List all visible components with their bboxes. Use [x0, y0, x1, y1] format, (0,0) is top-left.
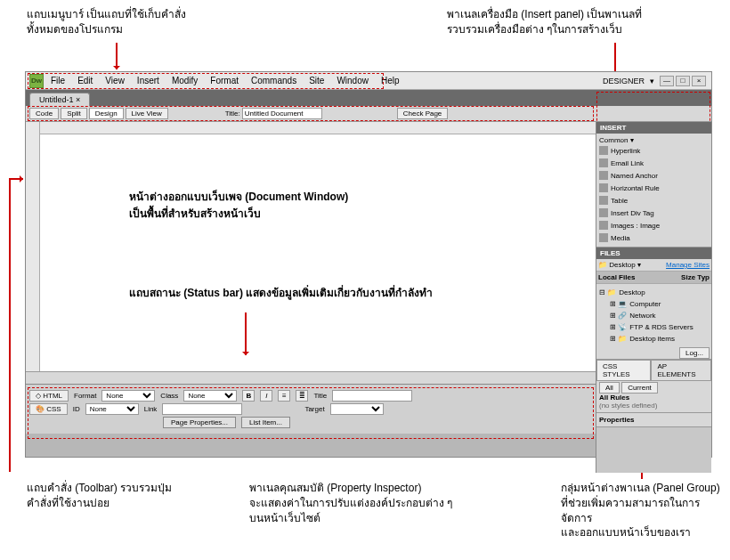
col-local-files: Local Files [598, 273, 635, 281]
properties-panel-collapsed[interactable]: Properties [596, 413, 711, 427]
view-code-button[interactable]: Code [29, 108, 59, 119]
menu-commands[interactable]: Commands [246, 74, 302, 87]
title-label: Title: [225, 110, 240, 118]
view-design-button[interactable]: Design [89, 108, 124, 119]
menu-modify[interactable]: Modify [166, 74, 203, 87]
annotation-insert-panel: พาเนลเครื่องมือ (Insert panel) เป็นพาเนล… [447, 7, 642, 37]
dw-app-icon[interactable]: Dw [29, 74, 44, 88]
email-icon [599, 158, 608, 167]
menu-help[interactable]: Help [376, 74, 405, 87]
annotation-panel-group: กลุ่มหน้าต่างพาเนล (Panel Group) ที่ช่วย… [561, 481, 730, 540]
hyperlink-icon [599, 146, 608, 155]
all-rules-label: All Rules [599, 394, 709, 402]
tab-css-styles[interactable]: CSS STYLES [596, 360, 651, 381]
list-item-button[interactable]: List Item... [241, 417, 290, 428]
arrow-toolbar-line [9, 178, 11, 472]
link-input[interactable] [162, 403, 242, 415]
tree-computer[interactable]: ⊞ 💻 Computer [599, 298, 709, 310]
css-current-button[interactable]: Current [621, 382, 658, 394]
menu-file[interactable]: File [45, 74, 70, 87]
tree-network[interactable]: ⊞ 🔗 Network [599, 310, 709, 321]
check-page-button[interactable]: Check Page [397, 108, 449, 119]
close-button[interactable]: × [692, 76, 706, 86]
css-panel: CSS STYLES AP ELEMENTS All Current All R… [596, 360, 711, 413]
class-label: Class [160, 392, 178, 400]
id-label: ID [73, 405, 80, 413]
tab-ap-elements[interactable]: AP ELEMENTS [651, 360, 711, 381]
ul-button[interactable]: ≡ [278, 390, 290, 402]
anchor-icon [599, 171, 608, 180]
insert-image[interactable]: Images : Image [599, 219, 709, 231]
id-select[interactable]: None [85, 403, 139, 415]
bold-button[interactable]: B [242, 390, 255, 402]
col-type: Typ [697, 273, 710, 281]
menu-edit[interactable]: Edit [72, 74, 98, 87]
view-split-button[interactable]: Split [61, 108, 87, 119]
insert-table[interactable]: Table [599, 194, 709, 207]
prop-css-tab[interactable]: 🎨 CSS [29, 403, 68, 415]
document-tabbar: Untitled-1 × [26, 90, 711, 106]
hr-icon [599, 183, 608, 192]
document-window: หน้าต่างออกแบบเว็บเพจ (Document Window) … [26, 122, 711, 371]
prop-title-input[interactable] [332, 390, 412, 402]
prop-html-tab[interactable]: ◇ HTML [29, 390, 69, 402]
col-size: Size [681, 273, 695, 281]
maximize-button[interactable]: □ [676, 76, 690, 86]
menu-window[interactable]: Window [331, 74, 374, 87]
class-select[interactable]: None [183, 390, 237, 402]
insert-group-selector[interactable]: Common ▾ [599, 136, 709, 144]
ruler-vertical [26, 122, 40, 371]
target-select[interactable] [330, 403, 384, 415]
tree-ftp[interactable]: ⊞ 📡 FTP & RDS Servers [599, 321, 709, 333]
insert-div[interactable]: Insert Div Tag [599, 207, 709, 219]
italic-button[interactable]: I [260, 390, 272, 402]
div-icon [599, 208, 608, 217]
tab-untitled[interactable]: Untitled-1 × [29, 93, 90, 106]
link-label: Link [144, 405, 158, 413]
status-bar-caption: แถบสถานะ (Status bar) แสดงข้อมูลเพิ่มเติ… [129, 284, 622, 301]
format-select[interactable]: None [101, 390, 155, 402]
arrow-menubar [116, 43, 118, 69]
files-source-select[interactable]: 📁 Desktop ▾ [598, 261, 641, 269]
doc-window-caption: หน้าต่างออกแบบเว็บเพจ (Document Window) … [129, 188, 622, 222]
insert-email-link[interactable]: Email Link [599, 157, 709, 169]
annotation-prop-insp: พาเนลคุณสมบัติ (Property Inspector) จะแส… [249, 481, 452, 525]
files-panel: FILES 📁 Desktop ▾ Manage Sites Local Fil… [596, 248, 711, 360]
title-input[interactable] [242, 108, 322, 119]
annotation-menubar: แถบเมนูบาร์ เป็นแถบที่ใช้เก็บคำสั่ง ทั้ง… [27, 7, 186, 37]
menu-view[interactable]: View [100, 74, 130, 87]
insert-hr[interactable]: Horizontal Rule [599, 182, 709, 194]
menu-insert[interactable]: Insert [132, 74, 165, 87]
app-window: Dw File Edit View Insert Modify Format C… [25, 71, 712, 458]
image-icon [599, 221, 608, 230]
format-label: Format [74, 392, 96, 400]
prop-title-label: Title [313, 392, 327, 400]
panel-group: INSERT Common ▾ Hyperlink Email Link Nam… [596, 122, 711, 473]
insert-hyperlink[interactable]: Hyperlink [599, 144, 709, 157]
insert-named-anchor[interactable]: Named Anchor [599, 169, 709, 182]
tree-desktop-items[interactable]: ⊞ 📁 Desktop items [599, 333, 709, 345]
menubar: Dw File Edit View Insert Modify Format C… [26, 72, 711, 90]
menu-site[interactable]: Site [304, 74, 329, 87]
menu-format[interactable]: Format [205, 74, 244, 87]
media-icon [599, 233, 608, 242]
insert-panel: INSERT Common ▾ Hyperlink Email Link Nam… [596, 122, 711, 248]
target-label: Target [304, 405, 324, 413]
document-toolbar: Code Split Design Live View Title: Check… [26, 106, 711, 122]
arrow-toolbar [9, 178, 23, 180]
workspace-switcher[interactable]: DESIGNER [603, 77, 645, 85]
page-properties-button[interactable]: Page Properties... [163, 417, 236, 428]
live-view-button[interactable]: Live View [126, 108, 168, 119]
insert-media[interactable]: Media [599, 231, 709, 244]
ol-button[interactable]: ≣ [296, 390, 308, 402]
css-all-button[interactable]: All [599, 382, 620, 394]
insert-panel-header[interactable]: INSERT [596, 122, 711, 134]
no-styles-label: (no styles defined) [599, 402, 709, 410]
manage-sites-link[interactable]: Manage Sites [666, 261, 710, 269]
tree-desktop[interactable]: ⊟ 📁 Desktop [599, 287, 709, 298]
search-icon[interactable]: ▾ [650, 77, 654, 85]
minimize-button[interactable]: — [660, 76, 674, 86]
table-icon [599, 196, 608, 205]
log-button[interactable]: Log... [679, 347, 710, 359]
files-panel-header[interactable]: FILES [596, 248, 711, 259]
